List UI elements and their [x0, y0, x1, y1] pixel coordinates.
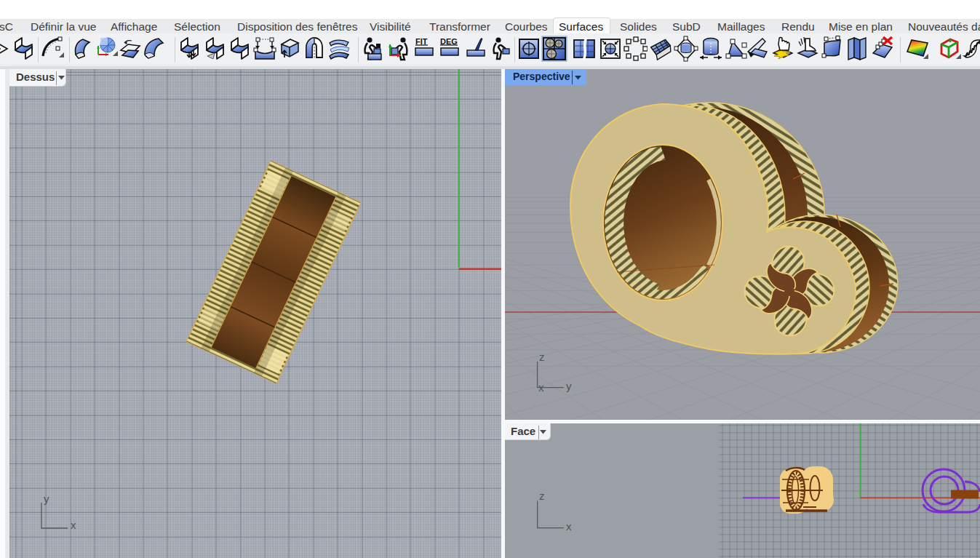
svg-text:y: y: [44, 493, 49, 505]
svg-text:z: z: [539, 490, 545, 502]
svg-text:FIT: FIT: [415, 37, 428, 46]
svg-text:z: z: [539, 351, 545, 363]
svg-text:x: x: [566, 520, 572, 533]
svg-text:x: x: [538, 381, 544, 394]
svg-text:DEG: DEG: [440, 37, 458, 46]
svg-text:y: y: [566, 380, 572, 392]
svg-text:x: x: [71, 519, 76, 531]
